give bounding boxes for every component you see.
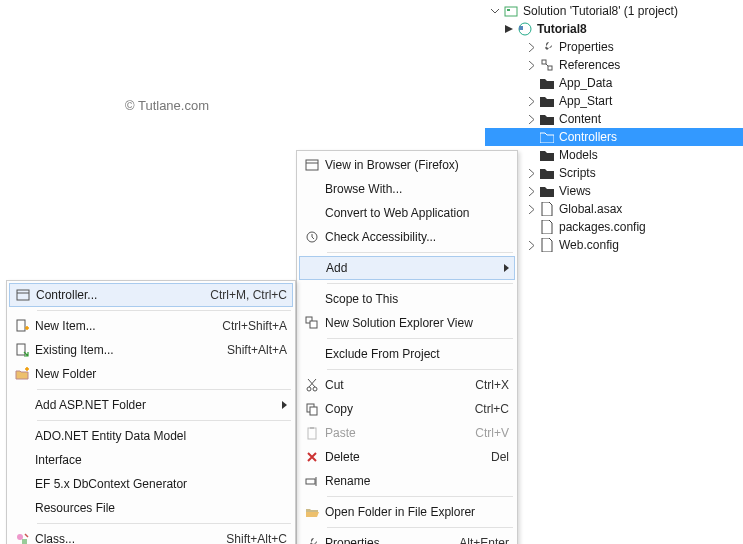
clock-icon — [299, 226, 325, 248]
solution-root-label: Solution 'Tutorial8' (1 project) — [523, 4, 678, 18]
menu-item-new-item[interactable]: New Item...Ctrl+Shift+A — [9, 314, 293, 338]
menu-item-ado-net-entity-data-model[interactable]: ADO.NET Entity Data Model — [9, 424, 293, 448]
menu-item-class[interactable]: Class...Shift+Alt+C — [9, 527, 293, 544]
menu-item-label: Exclude From Project — [325, 347, 509, 361]
tree-item-app-start[interactable]: App_Start — [485, 92, 743, 110]
existing-item-icon — [9, 339, 35, 361]
menu-item-properties[interactable]: PropertiesAlt+Enter — [299, 531, 515, 544]
svg-rect-17 — [310, 427, 314, 429]
menu-item-label: Delete — [325, 450, 481, 464]
menu-item-label: EF 5.x DbContext Generator — [35, 477, 287, 491]
svg-rect-18 — [306, 479, 315, 484]
expander-icon[interactable] — [525, 113, 537, 125]
folder-icon — [539, 93, 555, 109]
menu-item-label: ADO.NET Entity Data Model — [35, 429, 287, 443]
menu-item-cut[interactable]: CutCtrl+X — [299, 373, 515, 397]
menu-item-shortcut: Shift+Alt+A — [227, 343, 287, 357]
tree-item-label: Properties — [559, 40, 614, 54]
menu-item-rename[interactable]: Rename — [299, 469, 515, 493]
tree-item-scripts[interactable]: Scripts — [485, 164, 743, 182]
tree-item-properties[interactable]: Properties — [485, 38, 743, 56]
folder-icon — [539, 111, 555, 127]
menu-item-view-in-browser-firefox[interactable]: View in Browser (Firefox) — [299, 153, 515, 177]
menu-item-shortcut: Ctrl+Shift+A — [222, 319, 287, 333]
expander-icon[interactable] — [525, 203, 537, 215]
menu-item-add[interactable]: Add — [299, 256, 515, 280]
tree-item-content[interactable]: Content — [485, 110, 743, 128]
expander-open-icon[interactable] — [503, 23, 515, 35]
menu-item-label: Cut — [325, 378, 465, 392]
wrench-icon — [299, 532, 325, 544]
menu-item-label: Rename — [325, 474, 509, 488]
tree-item-references[interactable]: References — [485, 56, 743, 74]
menu-item-existing-item[interactable]: Existing Item...Shift+Alt+A — [9, 338, 293, 362]
expander-icon[interactable] — [489, 5, 501, 17]
menu-item-controller[interactable]: Controller...Ctrl+M, Ctrl+C — [9, 283, 293, 307]
expander-icon[interactable] — [525, 41, 537, 53]
expander-icon[interactable] — [525, 95, 537, 107]
expander-icon[interactable] — [525, 167, 537, 179]
svg-point-13 — [313, 387, 317, 391]
menu-item-label: View in Browser (Firefox) — [325, 158, 509, 172]
expander-icon[interactable] — [525, 59, 537, 71]
blank-icon — [9, 473, 35, 495]
new-item-icon — [9, 315, 35, 337]
tree-item-web-config[interactable]: Web.config — [485, 236, 743, 254]
tree-item-controllers[interactable]: Controllers — [485, 128, 743, 146]
menu-item-delete[interactable]: DeleteDel — [299, 445, 515, 469]
menu-separator — [327, 283, 513, 284]
menu-item-new-folder[interactable]: New Folder — [9, 362, 293, 386]
menu-item-convert-to-web-application[interactable]: Convert to Web Application — [299, 201, 515, 225]
expander-icon — [525, 149, 537, 161]
project-label: Tutorial8 — [537, 22, 587, 36]
menu-item-label: Class... — [35, 532, 216, 544]
blank-icon — [9, 425, 35, 447]
tree-item-label: References — [559, 58, 620, 72]
menu-item-open-folder-in-file-explorer[interactable]: Open Folder in File Explorer — [299, 500, 515, 524]
menu-item-label: Interface — [35, 453, 287, 467]
menu-item-browse-with[interactable]: Browse With... — [299, 177, 515, 201]
menu-item-interface[interactable]: Interface — [9, 448, 293, 472]
file-icon — [539, 201, 555, 217]
menu-separator — [327, 369, 513, 370]
tree-item-label: Web.config — [559, 238, 619, 252]
tree-item-global-asax[interactable]: Global.asax — [485, 200, 743, 218]
menu-item-scope-to-this[interactable]: Scope to This — [299, 287, 515, 311]
menu-item-copy[interactable]: CopyCtrl+C — [299, 397, 515, 421]
tree-item-packages-config[interactable]: packages.config — [485, 218, 743, 236]
folder-icon — [539, 165, 555, 181]
menu-item-new-solution-explorer-view[interactable]: New Solution Explorer View — [299, 311, 515, 335]
context-menu: View in Browser (Firefox)Browse With...C… — [296, 150, 518, 544]
menu-item-shortcut: Shift+Alt+C — [226, 532, 287, 544]
svg-rect-7 — [306, 160, 318, 170]
folder-icon — [539, 183, 555, 199]
expander-icon[interactable] — [525, 239, 537, 251]
menu-item-resources-file[interactable]: Resources File — [9, 496, 293, 520]
add-submenu: Controller...Ctrl+M, Ctrl+CNew Item...Ct… — [6, 280, 296, 544]
menu-item-check-accessibility[interactable]: Check Accessibility... — [299, 225, 515, 249]
menu-item-add-asp-net-folder[interactable]: Add ASP.NET Folder — [9, 393, 293, 417]
menu-item-label: Add — [326, 261, 498, 275]
blank-icon — [299, 202, 325, 224]
menu-item-shortcut: Del — [491, 450, 509, 464]
tree-item-app-data[interactable]: App_Data — [485, 74, 743, 92]
tree-item-views[interactable]: Views — [485, 182, 743, 200]
blank-icon — [9, 497, 35, 519]
solution-root[interactable]: Solution 'Tutorial8' (1 project) — [485, 2, 743, 20]
blank-icon — [299, 178, 325, 200]
tree-item-label: Controllers — [559, 130, 617, 144]
menu-item-label: Check Accessibility... — [325, 230, 509, 244]
blank-icon — [9, 394, 35, 416]
folder-open-icon — [299, 501, 325, 523]
tree-item-label: App_Start — [559, 94, 612, 108]
blank-icon — [300, 257, 326, 279]
menu-item-ef-5-x-dbcontext-generator[interactable]: EF 5.x DbContext Generator — [9, 472, 293, 496]
blank-icon — [299, 343, 325, 365]
menu-item-exclude-from-project[interactable]: Exclude From Project — [299, 342, 515, 366]
menu-separator — [327, 252, 513, 253]
expander-icon — [525, 77, 537, 89]
project-node[interactable]: Tutorial8 — [485, 20, 743, 38]
expander-icon[interactable] — [525, 185, 537, 197]
svg-rect-22 — [17, 320, 25, 331]
tree-item-models[interactable]: Models — [485, 146, 743, 164]
